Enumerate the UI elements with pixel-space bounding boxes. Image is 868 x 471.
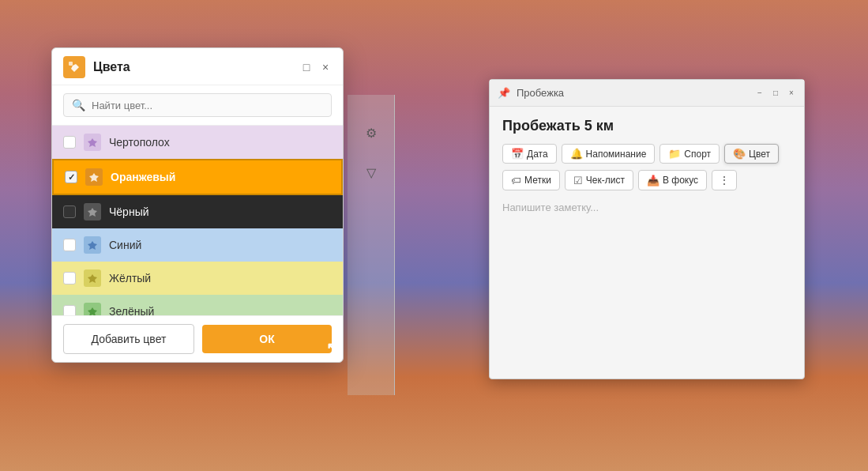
color-item-green[interactable]: Зелёный	[52, 295, 343, 315]
dialog-minimize-button[interactable]: □	[300, 61, 313, 73]
color-checkbox-lavender[interactable]	[63, 136, 76, 149]
app-window-title: Пробежка	[517, 87, 564, 99]
colors-dialog: Цвета □ × 🔍 Чертополох	[51, 47, 344, 363]
app-pin-icon: 📌	[498, 87, 510, 99]
add-color-button[interactable]: Добавить цвет	[63, 324, 194, 354]
task-toolbar: 📅 Дата 🔔 Напоминание 📁 Спорт 🎨 Цвет	[502, 144, 791, 164]
dialog-titlebar: Цвета □ ×	[52, 48, 343, 85]
sidebar-filter-icon[interactable]: ⚙	[357, 119, 385, 147]
color-swatch-black	[84, 203, 101, 220]
sidebar-strip: ⚙ ▽	[348, 95, 395, 395]
color-checkbox-yellow[interactable]	[63, 272, 76, 284]
app-minimize-button[interactable]: −	[755, 89, 765, 98]
dialog-controls: □ ×	[300, 61, 332, 73]
reminder-button[interactable]: 🔔 Напоминание	[562, 144, 656, 164]
task-toolbar-row2: 🏷 Метки ☑ Чек-лист 📥 В фокус ⋮	[502, 170, 791, 190]
cursor-icon: ↖	[326, 339, 338, 356]
dialog-title-text: Цвета	[93, 60, 130, 74]
color-button[interactable]: 🎨 Цвет	[724, 144, 779, 164]
dialog-search-area: 🔍	[52, 85, 343, 126]
task-note-placeholder[interactable]: Напишите заметку...	[502, 198, 791, 217]
color-swatch-blue	[84, 236, 101, 254]
focus-icon: 📥	[647, 175, 659, 187]
app-title-area: 📌 Пробежка	[498, 87, 564, 99]
color-icon: 🎨	[733, 148, 746, 160]
ok-button[interactable]: ОК ↖	[202, 325, 332, 353]
sidebar-funnel-icon[interactable]: ▽	[357, 158, 385, 187]
dialog-close-button[interactable]: ×	[319, 61, 332, 73]
date-button[interactable]: 📅 Дата	[502, 144, 557, 164]
color-name-black: Чёрный	[109, 205, 332, 218]
color-swatch-orange	[85, 168, 103, 186]
sport-button[interactable]: 📁 Спорт	[659, 144, 720, 164]
color-swatch-green	[84, 303, 101, 315]
color-name-green: Зелёный	[109, 305, 332, 315]
search-box: 🔍	[63, 93, 332, 117]
color-checkbox-black[interactable]	[63, 205, 76, 218]
color-item-blue[interactable]: Синий	[52, 228, 343, 262]
search-input[interactable]	[92, 100, 323, 111]
app-maximize-button[interactable]: □	[771, 89, 780, 98]
svg-rect-0	[69, 62, 73, 66]
date-icon: 📅	[511, 148, 524, 160]
color-checkbox-orange[interactable]	[65, 171, 77, 183]
color-name-yellow: Жёлтый	[109, 272, 332, 284]
color-list: Чертополох Оранжевый Чёрный	[52, 126, 343, 315]
labels-button[interactable]: 🏷 Метки	[502, 170, 560, 190]
color-name-blue: Синий	[109, 239, 332, 251]
color-swatch-yellow	[84, 269, 101, 287]
app-close-button[interactable]: ×	[787, 89, 796, 98]
color-item-yellow[interactable]: Жёлтый	[52, 262, 343, 295]
checklist-icon: ☑	[573, 175, 583, 187]
bg-strip-5	[0, 377, 868, 471]
app-window-controls: − □ ×	[755, 89, 796, 98]
color-checkbox-green[interactable]	[63, 305, 76, 315]
dialog-app-icon	[63, 56, 85, 78]
color-name-orange: Оранжевый	[111, 171, 330, 183]
color-item-orange[interactable]: Оранжевый	[52, 159, 343, 195]
color-item-black[interactable]: Чёрный	[52, 195, 343, 228]
app-window: 📌 Пробежка − □ × Пробежать 5 км 📅 Дата 🔔…	[489, 79, 805, 379]
color-checkbox-blue[interactable]	[63, 239, 76, 251]
dialog-title-area: Цвета	[63, 56, 130, 78]
color-item-lavender[interactable]: Чертополох	[52, 126, 343, 159]
sport-icon: 📁	[668, 148, 681, 160]
more-button[interactable]: ⋮	[712, 170, 737, 190]
dialog-footer: Добавить цвет ОК ↖	[52, 315, 343, 362]
focus-button[interactable]: 📥 В фокус	[638, 170, 707, 190]
labels-icon: 🏷	[511, 175, 521, 187]
app-titlebar: 📌 Пробежка − □ ×	[490, 80, 804, 107]
color-swatch-lavender	[84, 134, 101, 151]
color-name-lavender: Чертополох	[109, 136, 332, 149]
task-title: Пробежать 5 км	[502, 118, 791, 134]
search-icon: 🔍	[72, 99, 85, 111]
checklist-button[interactable]: ☑ Чек-лист	[565, 170, 633, 190]
reminder-icon: 🔔	[570, 148, 583, 160]
app-content: Пробежать 5 км 📅 Дата 🔔 Напоминание 📁 Сп…	[490, 107, 804, 379]
